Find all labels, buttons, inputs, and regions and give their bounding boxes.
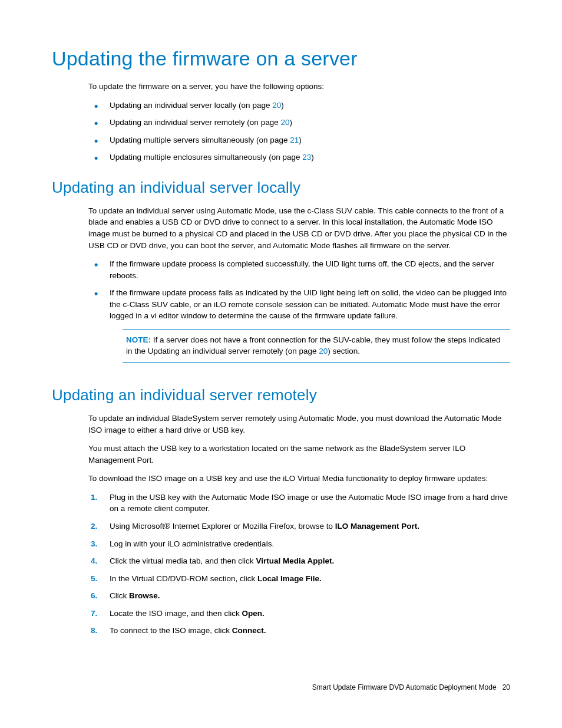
step-item: Locate the ISO image, and then click Ope… [88, 608, 510, 620]
page-footer: Smart Update Firmware DVD Automatic Depl… [312, 683, 510, 691]
step-text: Locate the ISO image, and then click [110, 609, 242, 618]
step-bold: Virtual Media Applet. [256, 556, 334, 565]
step-text: Plug in the USB key with the Automatic M… [110, 493, 508, 513]
result-list: If the firmware update process is comple… [52, 258, 510, 322]
section-paragraph: You must attach the USB key to a worksta… [88, 443, 510, 466]
note-callout: NOTE: If a server does not have a front … [123, 329, 510, 363]
step-item: Log in with your iLO administrative cred… [88, 538, 510, 550]
li-text-post: ) [289, 118, 292, 127]
section-paragraph: To download the ISO image on a USB key a… [88, 473, 510, 485]
step-bold: Local Image File. [257, 574, 322, 583]
li-text: Updating multiple servers simultaneously… [110, 136, 290, 144]
list-item: If the firmware update process is comple… [88, 258, 510, 281]
options-list: Updating an individual server locally (o… [52, 100, 510, 163]
step-bold: ILO Management Port. [335, 522, 419, 531]
step-text: Click the virtual media tab, and then cl… [110, 556, 256, 565]
li-text-post: ) [299, 136, 302, 144]
li-text: Updating an individual server remotely (… [110, 118, 280, 127]
step-bold: Connect. [232, 626, 266, 635]
steps-list: Plug in the USB key with the Automatic M… [52, 492, 510, 637]
note-text-post: ) section. [328, 347, 360, 355]
li-text-post: ) [281, 101, 284, 110]
footer-page-number: 20 [503, 683, 510, 691]
li-text-post: ) [311, 153, 314, 162]
page-link[interactable]: 20 [319, 347, 328, 355]
page-title-h1: Updating the firmware on a server [52, 47, 510, 70]
step-text: In the Virtual CD/DVD-ROM section, click [110, 574, 257, 583]
intro-paragraph: To update the firmware on a server, you … [88, 81, 510, 93]
section-heading-local: Updating an individual server locally [52, 179, 510, 197]
list-item: Updating an individual server locally (o… [88, 100, 510, 111]
note-label: NOTE: [126, 335, 151, 344]
section-heading-remote: Updating an individual server remotely [52, 386, 510, 404]
list-item: If the firmware update process fails as … [88, 287, 510, 322]
list-item: Updating multiple enclosures simultaneou… [88, 151, 510, 163]
list-item: Updating multiple servers simultaneously… [88, 134, 510, 146]
section-paragraph: To update an individual server using Aut… [88, 205, 510, 251]
page-link[interactable]: 20 [280, 118, 289, 127]
step-item: Plug in the USB key with the Automatic M… [88, 492, 510, 515]
step-item: To connect to the ISO image, click Conne… [88, 625, 510, 637]
step-item: Using Microsoft® Internet Explorer or Mo… [88, 521, 510, 532]
li-text: Updating an individual server locally (o… [110, 101, 272, 110]
step-text: Using Microsoft® Internet Explorer or Mo… [110, 522, 335, 531]
step-text: To connect to the ISO image, click [110, 626, 232, 635]
step-bold: Open. [242, 609, 264, 618]
page-link[interactable]: 23 [302, 153, 311, 162]
step-text: Log in with your iLO administrative cred… [110, 539, 274, 548]
li-text: Updating multiple enclosures simultaneou… [110, 153, 302, 162]
list-item: Updating an individual server remotely (… [88, 117, 510, 129]
page-link[interactable]: 20 [272, 101, 281, 110]
step-item: In the Virtual CD/DVD-ROM section, click… [88, 573, 510, 585]
step-item: Click the virtual media tab, and then cl… [88, 555, 510, 567]
footer-text: Smart Update Firmware DVD Automatic Depl… [312, 683, 497, 691]
note-text-pre: If a server does not have a front connec… [126, 335, 501, 356]
step-text: Click [110, 591, 129, 600]
document-page: Updating the firmware on a server To upd… [0, 0, 562, 728]
step-bold: Browse. [129, 591, 160, 600]
page-link[interactable]: 21 [290, 136, 299, 144]
step-item: Click Browse. [88, 590, 510, 602]
section-paragraph: To update an individual BladeSystem serv… [88, 413, 510, 436]
